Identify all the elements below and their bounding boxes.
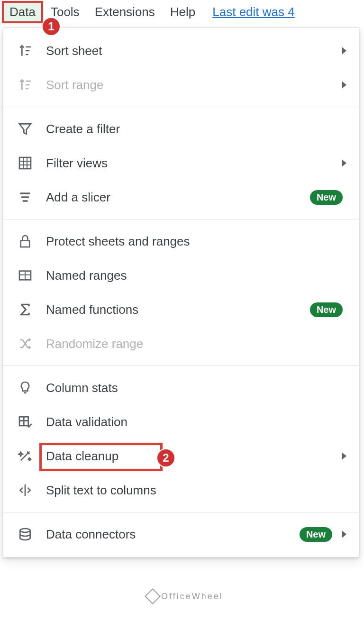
menu-add-slicer[interactable]: Add a slicer New — [3, 180, 359, 214]
callout-1-text: 1 — [48, 20, 54, 33]
randomize-label: Randomize range — [46, 337, 346, 351]
new-badge: New — [310, 302, 343, 317]
svg-rect-0 — [19, 157, 31, 169]
callout-2-text: 2 — [163, 451, 169, 465]
create-filter-label: Create a filter — [46, 122, 346, 137]
data-validation-icon — [16, 412, 35, 431]
magic-wand-icon — [16, 447, 35, 466]
column-stats-label: Column stats — [46, 381, 346, 395]
menu-filter-views[interactable]: Filter views — [3, 146, 359, 180]
menu-randomize: Randomize range — [3, 327, 359, 361]
lock-icon — [16, 232, 35, 251]
protect-label: Protect sheets and ranges — [46, 234, 346, 249]
menu-create-filter[interactable]: Create a filter — [3, 112, 359, 146]
menu-tools-label: Tools — [51, 5, 80, 19]
menu-split-text[interactable]: Split text to columns — [3, 473, 359, 507]
sort-sheet-label: Sort sheet — [46, 44, 336, 58]
shuffle-icon — [16, 334, 35, 353]
menu-extensions-label: Extensions — [95, 5, 155, 19]
named-functions-label: Named functions — [46, 302, 310, 317]
data-dropdown-menu: Sort sheet Sort range Create a filter Fi… — [3, 27, 359, 557]
menu-data-label: Data — [9, 5, 36, 19]
add-slicer-label: Add a slicer — [46, 190, 310, 205]
new-badge: New — [310, 190, 343, 205]
svg-rect-1 — [21, 241, 30, 247]
new-badge: New — [300, 527, 332, 542]
menu-protect[interactable]: Protect sheets and ranges — [3, 224, 359, 258]
sigma-icon — [16, 300, 35, 319]
svg-point-4 — [20, 529, 30, 532]
divider — [3, 512, 359, 512]
divider — [3, 219, 359, 219]
named-ranges-icon — [16, 266, 35, 285]
menu-data-connectors[interactable]: Data connectors New — [3, 517, 359, 551]
watermark-icon — [145, 588, 161, 604]
filter-views-label: Filter views — [46, 156, 336, 171]
divider — [3, 107, 359, 107]
lightbulb-icon — [16, 378, 35, 397]
funnel-icon — [16, 119, 35, 138]
filter-views-icon — [16, 154, 35, 173]
menu-named-ranges[interactable]: Named ranges — [3, 258, 359, 292]
sort-sheet-icon — [16, 41, 35, 60]
named-ranges-label: Named ranges — [46, 268, 346, 283]
split-text-label: Split text to columns — [46, 483, 346, 498]
data-validation-label: Data validation — [46, 415, 346, 429]
data-cleanup-label: Data cleanup — [46, 449, 336, 464]
menu-data-validation[interactable]: Data validation — [3, 405, 359, 439]
chevron-right-icon — [342, 81, 346, 89]
annotation-callout-2: 2 — [156, 448, 175, 467]
database-icon — [16, 525, 35, 544]
menu-help[interactable]: Help — [163, 1, 203, 23]
slicer-icon — [16, 188, 35, 207]
menu-help-label: Help — [170, 5, 195, 19]
menu-data[interactable]: Data — [2, 1, 43, 23]
menu-column-stats[interactable]: Column stats — [3, 371, 359, 405]
watermark-text: OfficeWheel — [161, 592, 223, 602]
watermark: OfficeWheel — [147, 591, 223, 602]
menu-named-functions[interactable]: Named functions New — [3, 292, 359, 327]
menu-sort-sheet[interactable]: Sort sheet — [3, 34, 359, 68]
chevron-right-icon — [342, 159, 346, 167]
last-edit-link[interactable]: Last edit was 4 — [212, 5, 294, 19]
divider — [3, 365, 359, 366]
data-connectors-label: Data connectors — [46, 527, 300, 542]
annotation-callout-1: 1 — [42, 17, 61, 36]
menu-data-cleanup[interactable]: Data cleanup — [3, 439, 359, 473]
menu-extensions[interactable]: Extensions — [87, 1, 163, 23]
sort-range-icon — [16, 75, 35, 94]
menu-sort-range: Sort range — [3, 68, 359, 102]
sort-range-label: Sort range — [46, 78, 336, 92]
split-icon — [16, 481, 35, 500]
chevron-right-icon — [342, 452, 346, 460]
last-edit-text: Last edit was 4 — [212, 5, 294, 19]
chevron-right-icon — [342, 47, 346, 55]
chevron-right-icon — [342, 530, 346, 538]
